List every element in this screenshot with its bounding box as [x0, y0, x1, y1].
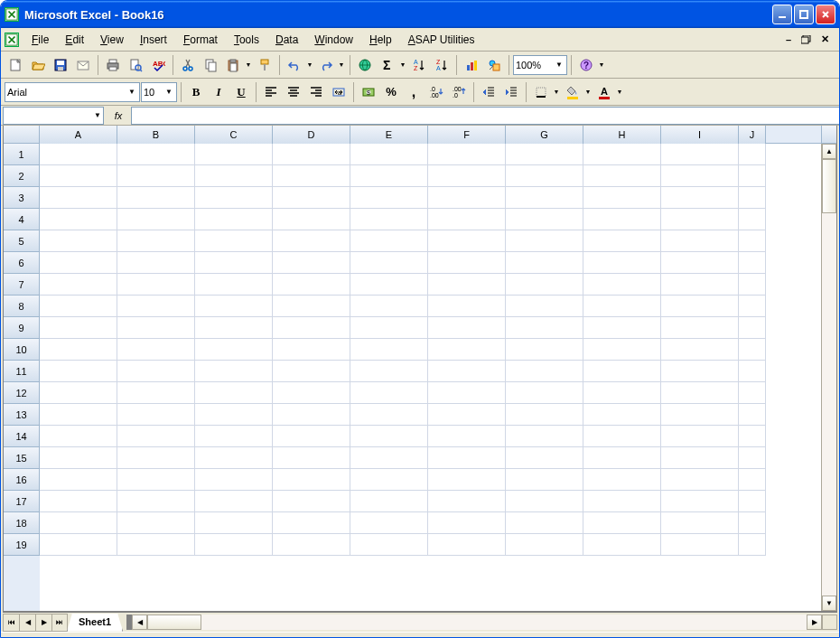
- font-color-dropdown[interactable]: ▼: [615, 81, 624, 103]
- cell-G3[interactable]: [506, 187, 583, 209]
- cell-G1[interactable]: [506, 144, 583, 165]
- cell-G7[interactable]: [506, 274, 583, 296]
- cell-H12[interactable]: [583, 382, 661, 404]
- row-header-7[interactable]: 7: [4, 274, 40, 296]
- cell-G5[interactable]: [506, 230, 583, 252]
- font-size-combo[interactable]: ▼: [141, 82, 177, 102]
- cell-F11[interactable]: [428, 361, 506, 382]
- cell-H15[interactable]: [583, 447, 661, 469]
- cell-B15[interactable]: [117, 447, 195, 469]
- cell-H10[interactable]: [583, 339, 661, 361]
- row-header-12[interactable]: 12: [4, 382, 40, 404]
- row-header-18[interactable]: 18: [4, 512, 40, 534]
- cell-F13[interactable]: [428, 404, 506, 426]
- hscroll-thumb[interactable]: [147, 615, 201, 630]
- cell-J3[interactable]: [739, 187, 766, 209]
- cell-C17[interactable]: [195, 491, 273, 512]
- cell-F1[interactable]: [428, 144, 506, 165]
- cell-E2[interactable]: [350, 165, 428, 187]
- scroll-down-button[interactable]: ▼: [822, 596, 836, 611]
- fill-color-dropdown[interactable]: ▼: [583, 81, 593, 103]
- cell-A8[interactable]: [40, 296, 117, 317]
- cell-A6[interactable]: [40, 252, 117, 274]
- cell-E1[interactable]: [350, 144, 428, 165]
- row-header-15[interactable]: 15: [4, 447, 40, 469]
- undo-dropdown[interactable]: ▼: [305, 54, 314, 76]
- cell-J6[interactable]: [739, 252, 766, 274]
- name-box[interactable]: ▼: [3, 107, 104, 125]
- cell-H14[interactable]: [583, 426, 661, 447]
- cell-G11[interactable]: [506, 361, 583, 382]
- cell-A18[interactable]: [40, 512, 117, 534]
- cell-F4[interactable]: [428, 209, 506, 230]
- cell-G2[interactable]: [506, 165, 583, 187]
- cell-C4[interactable]: [195, 209, 273, 230]
- menu-tools[interactable]: Tools: [227, 31, 266, 49]
- decrease-decimal-button[interactable]: .00.0: [448, 81, 470, 103]
- hscroll-track[interactable]: [147, 615, 807, 630]
- cell-B16[interactable]: [117, 469, 195, 491]
- autosum-button[interactable]: Σ: [377, 54, 398, 76]
- cell-D9[interactable]: [273, 317, 350, 339]
- cell-J12[interactable]: [739, 382, 766, 404]
- row-header-8[interactable]: 8: [4, 296, 40, 317]
- cell-F18[interactable]: [428, 512, 506, 534]
- cell-B10[interactable]: [117, 339, 195, 361]
- cell-F3[interactable]: [428, 187, 506, 209]
- row-header-5[interactable]: 5: [4, 230, 40, 252]
- cell-D1[interactable]: [273, 144, 350, 165]
- menu-view[interactable]: View: [93, 31, 131, 49]
- cell-G18[interactable]: [506, 512, 583, 534]
- cell-H2[interactable]: [583, 165, 661, 187]
- cell-I3[interactable]: [661, 187, 739, 209]
- cell-J10[interactable]: [739, 339, 766, 361]
- column-header-D[interactable]: D: [273, 126, 350, 144]
- cell-A4[interactable]: [40, 209, 117, 230]
- row-header-19[interactable]: 19: [4, 534, 40, 556]
- cell-C6[interactable]: [195, 252, 273, 274]
- cell-D4[interactable]: [273, 209, 350, 230]
- cell-I1[interactable]: [661, 144, 739, 165]
- cell-D6[interactable]: [273, 252, 350, 274]
- cell-F14[interactable]: [428, 426, 506, 447]
- cell-E17[interactable]: [350, 491, 428, 512]
- cell-B11[interactable]: [117, 361, 195, 382]
- row-header-6[interactable]: 6: [4, 252, 40, 274]
- menu-window[interactable]: Window: [307, 31, 360, 49]
- undo-button[interactable]: [284, 54, 305, 76]
- cell-A14[interactable]: [40, 426, 117, 447]
- font-color-button[interactable]: A: [593, 81, 615, 103]
- cell-F17[interactable]: [428, 491, 506, 512]
- cell-F7[interactable]: [428, 274, 506, 296]
- maximize-button[interactable]: [794, 5, 814, 24]
- cell-E3[interactable]: [350, 187, 428, 209]
- chart-wizard-button[interactable]: [461, 54, 482, 76]
- cell-I10[interactable]: [661, 339, 739, 361]
- cell-H16[interactable]: [583, 469, 661, 491]
- cell-D10[interactable]: [273, 339, 350, 361]
- cell-J15[interactable]: [739, 447, 766, 469]
- menu-insert[interactable]: Insert: [133, 31, 174, 49]
- column-header-A[interactable]: A: [40, 126, 117, 144]
- cell-A12[interactable]: [40, 382, 117, 404]
- cell-I6[interactable]: [661, 252, 739, 274]
- sort-ascending-button[interactable]: AZ: [408, 54, 430, 76]
- cell-E12[interactable]: [350, 382, 428, 404]
- increase-decimal-button[interactable]: .0.00: [425, 81, 447, 103]
- cell-C19[interactable]: [195, 534, 273, 556]
- drawing-button[interactable]: [483, 54, 505, 76]
- cell-I8[interactable]: [661, 296, 739, 317]
- font-name-dropdown[interactable]: ▼: [126, 88, 137, 96]
- cell-J13[interactable]: [739, 404, 766, 426]
- vscroll-thumb[interactable]: [822, 159, 836, 213]
- row-header-10[interactable]: 10: [4, 339, 40, 361]
- cell-B3[interactable]: [117, 187, 195, 209]
- cell-J17[interactable]: [739, 491, 766, 512]
- cell-C18[interactable]: [195, 512, 273, 534]
- cell-F5[interactable]: [428, 230, 506, 252]
- italic-button[interactable]: I: [208, 81, 229, 103]
- cell-I17[interactable]: [661, 491, 739, 512]
- cell-J18[interactable]: [739, 512, 766, 534]
- paste-button[interactable]: [222, 54, 244, 76]
- cell-E5[interactable]: [350, 230, 428, 252]
